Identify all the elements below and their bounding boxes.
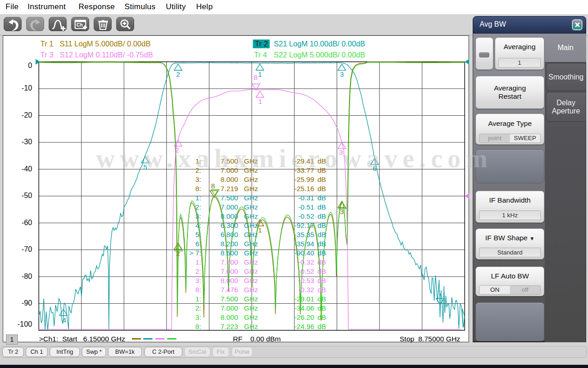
svg-text:8:: 8: (195, 323, 201, 330)
svg-text:-0.31: -0.31 (298, 194, 314, 202)
svg-text:8.000: 8.000 (220, 277, 238, 284)
svg-text:S22 LogM 5.000dB/ 0.00dB: S22 LogM 5.000dB/ 0.00dB (274, 51, 365, 59)
svg-text:-35.94: -35.94 (294, 240, 315, 248)
svg-text:dB: dB (317, 304, 326, 312)
svg-text:7.219: 7.219 (220, 185, 238, 192)
svg-text:6.800: 6.800 (220, 231, 238, 238)
svg-text:7.000: 7.000 (220, 267, 238, 275)
svg-text:-34.06: -34.06 (294, 304, 314, 312)
svg-text:8:: 8: (195, 185, 201, 192)
svg-text:4: 4 (62, 316, 66, 324)
svg-text:GHz: GHz (244, 194, 258, 202)
svg-text:-29.01: -29.01 (294, 295, 314, 303)
svg-text:-0.52: -0.52 (298, 267, 314, 275)
svg-text:1: 1 (258, 70, 262, 78)
svg-text:-40: -40 (22, 165, 32, 173)
svg-text:2: 2 (176, 70, 180, 78)
svg-text:dB: dB (317, 277, 326, 284)
svg-text:-50: -50 (22, 192, 32, 199)
svg-text:3: 3 (340, 70, 344, 78)
svg-text:GHz: GHz (244, 286, 258, 294)
svg-text:-90: -90 (22, 299, 32, 307)
svg-text:GHz: GHz (244, 304, 258, 312)
svg-text:7.500: 7.500 (220, 194, 238, 202)
svg-text:-20: -20 (22, 111, 32, 119)
svg-text:dB: dB (317, 323, 326, 330)
svg-text:dB: dB (317, 203, 326, 211)
svg-text:dB: dB (317, 267, 326, 275)
svg-text:7.000: 7.000 (220, 203, 238, 211)
svg-text:GHz: GHz (244, 277, 258, 284)
svg-text:GHz: GHz (244, 212, 258, 220)
svg-text:dB: dB (317, 240, 326, 248)
svg-text:-0.53: -0.53 (298, 277, 314, 284)
svg-text:8.200: 8.200 (220, 240, 238, 248)
svg-text:GHz: GHz (244, 249, 258, 257)
svg-text:Tr 4: Tr 4 (254, 51, 267, 59)
svg-text:GHz: GHz (244, 323, 258, 330)
svg-text:GHz: GHz (244, 185, 258, 192)
svg-text:3:: 3: (195, 176, 201, 183)
svg-text:dB: dB (317, 286, 326, 294)
svg-text:GHz: GHz (244, 295, 258, 303)
svg-text:dB: dB (317, 176, 326, 183)
svg-text:dB: dB (317, 258, 326, 266)
svg-text:GHz: GHz (244, 258, 258, 266)
svg-text:-0.51: -0.51 (298, 203, 314, 211)
svg-text:-0.32: -0.32 (298, 286, 314, 294)
svg-text:-92.17: -92.17 (294, 221, 314, 229)
svg-text:-25.99: -25.99 (294, 176, 314, 183)
svg-text:8.000: 8.000 (220, 212, 238, 220)
svg-text:8.600: 8.600 (220, 249, 238, 257)
svg-text:6.300: 6.300 (220, 221, 238, 229)
svg-text:-26.20: -26.20 (294, 313, 314, 321)
svg-text:-35.35: -35.35 (294, 231, 314, 238)
svg-text:GHz: GHz (244, 267, 258, 275)
svg-text:dB: dB (317, 221, 326, 229)
svg-text:7.000: 7.000 (220, 304, 238, 312)
svg-text:8: 8 (211, 182, 215, 190)
svg-text:-0.32: -0.32 (298, 258, 314, 266)
svg-text:dB: dB (317, 313, 326, 321)
svg-text:GHz: GHz (244, 221, 258, 229)
svg-text:3:: 3: (195, 212, 201, 220)
svg-text:dB: dB (317, 212, 326, 220)
svg-text:7.500: 7.500 (220, 258, 238, 266)
svg-text:> 7:: > 7: (189, 249, 201, 257)
svg-text:GHz: GHz (244, 240, 258, 248)
svg-text:dB: dB (317, 231, 326, 238)
svg-text:-10: -10 (22, 84, 32, 92)
svg-text:S11 LogM 5.000dB/ 0.00dB: S11 LogM 5.000dB/ 0.00dB (60, 40, 151, 48)
svg-text:-25.16: -25.16 (294, 185, 314, 192)
svg-text:8: 8 (254, 74, 257, 81)
svg-text:1:: 1: (195, 194, 201, 202)
svg-text:8.000: 8.000 (220, 313, 238, 321)
svg-text:4:: 4: (195, 221, 201, 229)
svg-text:GHz: GHz (244, 313, 258, 321)
svg-text:1:: 1: (195, 258, 201, 266)
svg-text:dB: dB (317, 295, 326, 303)
svg-text:-90.40: -90.40 (294, 249, 314, 257)
svg-text:7.223: 7.223 (220, 323, 238, 330)
svg-text:7.500: 7.500 (220, 295, 238, 303)
svg-text:S12 LogM 0.110dB/ -0.75dB: S12 LogM 0.110dB/ -0.75dB (60, 51, 153, 59)
svg-text:-0.52: -0.52 (298, 212, 314, 220)
svg-text:GHz: GHz (244, 176, 258, 183)
svg-text:0: 0 (28, 62, 32, 69)
svg-text:3:: 3: (195, 313, 201, 321)
svg-text:Tr 3: Tr 3 (40, 51, 53, 59)
svg-text:dB: dB (317, 185, 326, 192)
svg-text:Tr 2: Tr 2 (255, 40, 268, 48)
svg-text:1: 1 (258, 226, 262, 234)
svg-text:GHz: GHz (244, 231, 258, 238)
svg-text:8:: 8: (195, 286, 201, 294)
svg-text:5:: 5: (195, 231, 201, 238)
svg-text:-30: -30 (22, 138, 32, 146)
svg-text:3:: 3: (195, 277, 201, 284)
svg-text:7.476: 7.476 (220, 286, 238, 294)
svg-text:dB: dB (317, 194, 326, 202)
svg-text:-24.96: -24.96 (294, 323, 314, 330)
svg-text:2:: 2: (195, 304, 201, 312)
svg-text:S21 LogM 10.00dB/ 0.00dB: S21 LogM 10.00dB/ 0.00dB (274, 40, 365, 48)
svg-text:dB: dB (317, 249, 326, 257)
